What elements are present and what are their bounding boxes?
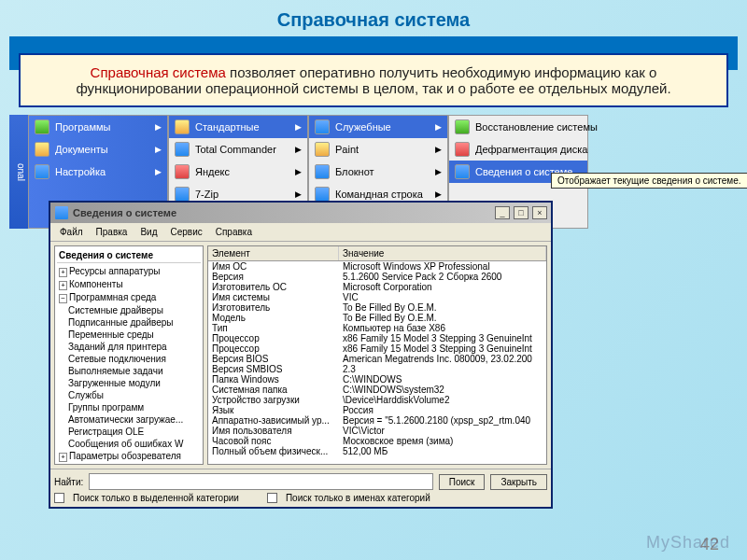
table-row[interactable]: Версия SMBIOS2.3 bbox=[208, 364, 546, 374]
table-row[interactable]: Папка WindowsC:\WINDOWS bbox=[208, 374, 546, 385]
close-find-button[interactable]: Закрыть bbox=[490, 474, 547, 490]
menu-item[interactable]: Программы▶ bbox=[29, 116, 167, 138]
tree-item[interactable]: Заданий для принтера bbox=[57, 341, 201, 353]
checkbox-selected-category[interactable] bbox=[54, 493, 64, 503]
tree-item[interactable]: +Ресурсы аппаратуры bbox=[57, 265, 201, 278]
tree-item[interactable]: Регистрация OLE bbox=[57, 426, 201, 438]
page-title: Справочная система bbox=[0, 0, 747, 36]
tree-item[interactable]: −Программная среда bbox=[57, 291, 201, 304]
menu-Справка[interactable]: Справка bbox=[210, 225, 258, 239]
table-row[interactable]: Версия BIOSAmerican Megatrends Inc. 0800… bbox=[208, 354, 546, 364]
menu-item[interactable]: Настройка▶ bbox=[29, 161, 167, 183]
data-pane[interactable]: Элемент Значение Имя ОСMicrosoft Windows… bbox=[207, 245, 547, 465]
tree-item-label: Автоматически загружае... bbox=[68, 414, 183, 425]
cell-value: 5.1.2600 Service Pack 2 Сборка 2600 bbox=[339, 272, 546, 282]
menu-Вид[interactable]: Вид bbox=[134, 225, 162, 239]
tree-expander-icon[interactable]: − bbox=[59, 294, 67, 303]
tooltip: Отображает текущие сведения о системе. bbox=[551, 173, 747, 189]
cell-value: x86 Family 15 Model 3 Stepping 3 Genuine… bbox=[339, 343, 546, 354]
tree-item[interactable]: Загруженные модули bbox=[57, 377, 201, 389]
menu-item-label: Программы bbox=[55, 121, 110, 133]
tree-item[interactable]: Сетевые подключения bbox=[57, 353, 201, 365]
menu-Сервис[interactable]: Сервис bbox=[164, 225, 207, 239]
find-button[interactable]: Поиск bbox=[439, 474, 486, 490]
menu-item[interactable]: Paint▶ bbox=[309, 138, 447, 161]
tree-item[interactable]: Автоматически загружае... bbox=[57, 413, 201, 426]
table-row[interactable]: ЯзыкРоссия bbox=[208, 405, 546, 415]
tree-item[interactable]: Системные драйверы bbox=[57, 304, 201, 316]
table-row[interactable]: Имя ОСMicrosoft Windows XP Professional bbox=[208, 261, 546, 272]
chevron-right-icon: ▶ bbox=[295, 167, 302, 176]
menu-item[interactable]: Дефрагментация диска bbox=[449, 138, 587, 161]
tree-item[interactable]: +Приложения Office 2003 bbox=[57, 463, 201, 465]
menu-item-icon bbox=[315, 164, 330, 179]
menu-item-icon bbox=[35, 142, 49, 157]
close-button[interactable]: × bbox=[532, 206, 547, 219]
tree-item[interactable]: Подписанные драйверы bbox=[57, 316, 201, 329]
minimize-button[interactable]: _ bbox=[495, 206, 510, 219]
tree-item[interactable]: +Параметры обозревателя bbox=[57, 450, 201, 463]
table-row[interactable]: МодельTo Be Filled By O.E.M. bbox=[208, 313, 546, 323]
menu-item-icon bbox=[315, 142, 330, 157]
menu-item-label: Яндекс bbox=[195, 166, 230, 177]
menu-item-label: Настройка bbox=[55, 166, 106, 177]
table-row[interactable]: Версия5.1.2600 Service Pack 2 Сборка 260… bbox=[208, 272, 546, 282]
tree-item-label: Компоненты bbox=[69, 279, 123, 289]
cell-element: Полный объем физическ... bbox=[208, 446, 339, 456]
table-row[interactable]: Системная папкаC:\WINDOWS\system32 bbox=[208, 385, 546, 395]
menu-item[interactable]: Total Commander▶ bbox=[169, 138, 307, 161]
menu-item[interactable]: Стандартные▶ bbox=[169, 116, 307, 138]
table-row[interactable]: Процессорx86 Family 15 Model 3 Stepping … bbox=[208, 333, 546, 343]
menu-item[interactable]: Служебные▶ bbox=[309, 116, 447, 138]
table-row[interactable]: ИзготовительTo Be Filled By O.E.M. bbox=[208, 302, 546, 313]
table-row[interactable]: Часовой поясМосковское время (зима) bbox=[208, 436, 546, 446]
tree-item[interactable]: +Компоненты bbox=[57, 278, 201, 291]
menu-item-label: Стандартные bbox=[195, 121, 260, 133]
menu-item-icon bbox=[175, 187, 190, 202]
cell-value: Россия bbox=[339, 405, 546, 415]
menu-item-icon bbox=[175, 119, 190, 134]
table-row[interactable]: Процессорx86 Family 15 Model 3 Stepping … bbox=[208, 343, 546, 354]
find-input[interactable] bbox=[89, 473, 432, 490]
cell-element: Имя ОС bbox=[208, 261, 339, 272]
tree-item[interactable]: Переменные среды bbox=[57, 329, 201, 341]
maximize-button[interactable]: □ bbox=[514, 206, 529, 219]
tree-expander-icon[interactable]: + bbox=[59, 268, 67, 277]
cell-element: Изготовитель bbox=[208, 302, 339, 313]
cell-value: To Be Filled By O.E.M. bbox=[339, 313, 546, 323]
cell-element: Процессор bbox=[208, 333, 339, 343]
tree-item[interactable]: Группы программ bbox=[57, 401, 201, 413]
menu-item[interactable]: Восстановление системы bbox=[449, 116, 587, 138]
cell-value: To Be Filled By O.E.M. bbox=[339, 302, 546, 313]
tree-expander-icon[interactable]: + bbox=[59, 281, 67, 290]
table-row[interactable]: Имя системыVIC bbox=[208, 292, 546, 302]
menu-item[interactable]: Документы▶ bbox=[29, 138, 167, 161]
cell-value: Версия = "5.1.2600.2180 (xpsp_sp2_rtm.04… bbox=[339, 415, 546, 426]
table-row[interactable]: Имя пользователяVIC\Victor bbox=[208, 426, 546, 436]
menu-item-icon bbox=[175, 164, 190, 179]
tree-expander-icon[interactable]: + bbox=[59, 453, 67, 462]
tree-item-label: Службы bbox=[68, 390, 104, 400]
tree-pane[interactable]: Сведения о системе +Ресурсы аппаратуры+К… bbox=[54, 245, 204, 465]
cell-element: Изготовитель ОС bbox=[208, 282, 339, 292]
checkbox-category-names[interactable] bbox=[267, 493, 277, 503]
col-element[interactable]: Элемент bbox=[208, 246, 339, 260]
tree-item[interactable]: Выполняемые задачи bbox=[57, 365, 201, 377]
table-row[interactable]: Изготовитель ОСMicrosoft Corporation bbox=[208, 282, 546, 292]
table-row[interactable]: Полный объем физическ...512,00 МБ bbox=[208, 446, 546, 456]
table-row[interactable]: Аппаратно-зависимый ур...Версия = "5.1.2… bbox=[208, 415, 546, 426]
table-row[interactable]: Устройство загрузки\Device\HarddiskVolum… bbox=[208, 395, 546, 405]
menu-item-label: 7-Zip bbox=[195, 189, 218, 200]
data-rows: Имя ОСMicrosoft Windows XP ProfessionalВ… bbox=[208, 261, 546, 456]
menu-Файл[interactable]: Файл bbox=[54, 225, 89, 239]
tree-item[interactable]: Сообщения об ошибках W bbox=[57, 438, 201, 450]
menu-item[interactable]: Яндекс▶ bbox=[169, 161, 307, 183]
menu-item[interactable]: Блокнот▶ bbox=[309, 161, 447, 183]
col-value[interactable]: Значение bbox=[339, 246, 546, 260]
window-titlebar[interactable]: Сведения о системе _ □ × bbox=[50, 203, 551, 223]
cell-value: Microsoft Corporation bbox=[339, 282, 546, 292]
cell-value: Microsoft Windows XP Professional bbox=[339, 261, 546, 272]
table-row[interactable]: ТипКомпьютер на базе X86 bbox=[208, 323, 546, 333]
tree-item[interactable]: Службы bbox=[57, 389, 201, 401]
menu-Правка[interactable]: Правка bbox=[91, 225, 134, 239]
